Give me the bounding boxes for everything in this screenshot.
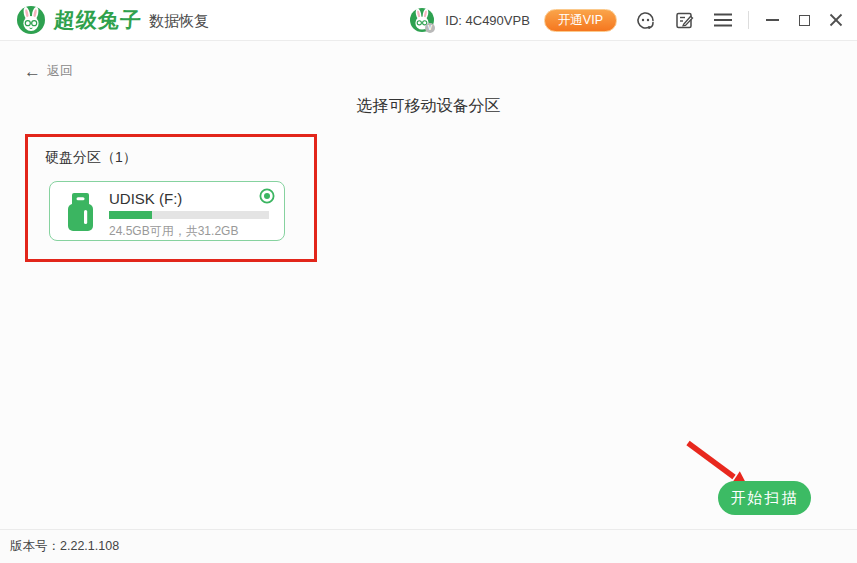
close-icon[interactable] — [827, 11, 845, 29]
maximize-icon[interactable] — [795, 11, 813, 29]
device-card-udisk[interactable]: UDISK (F:) 24.5GB可用，共31.2GB — [49, 181, 285, 241]
minimize-icon[interactable] — [763, 11, 781, 29]
svg-text:V: V — [428, 24, 433, 31]
device-name: UDISK (F:) — [109, 190, 182, 207]
rabbit-logo-icon — [16, 5, 46, 35]
page-title: 选择可移动设备分区 — [0, 96, 857, 117]
hamburger-menu-icon[interactable] — [712, 9, 734, 31]
radio-selected-icon[interactable] — [259, 188, 275, 204]
rabbit-avatar-icon[interactable]: V — [409, 7, 436, 34]
red-annotation-box: 硬盘分区（1） UDISK (F:) 24.5GB可用，共31.2GB — [25, 134, 317, 262]
titlebar-controls: V ID: 4C490VPB 开通VIP — [409, 7, 845, 34]
footer-bar: 版本号：2.22.1.108 — [0, 529, 857, 563]
brand-area: 超级兔子 数据恢复 — [16, 5, 209, 35]
partition-group-label: 硬盘分区（1） — [45, 149, 137, 167]
capacity-label: 24.5GB可用，共31.2GB — [109, 223, 238, 240]
app-window: 超级兔子 数据恢复 V ID: 4C490VPB 开通VIP — [0, 0, 857, 563]
back-button[interactable]: ← 返回 — [24, 62, 73, 80]
feedback-note-icon[interactable] — [673, 9, 695, 31]
customer-service-icon[interactable] — [634, 9, 656, 31]
start-scan-button[interactable]: 开始扫描 — [718, 481, 811, 515]
usb-drive-icon — [63, 191, 99, 233]
version-label: 版本号：2.22.1.108 — [10, 538, 119, 555]
open-vip-button[interactable]: 开通VIP — [544, 9, 617, 32]
product-name: 数据恢复 — [149, 9, 209, 31]
usage-bar-fill — [109, 211, 152, 219]
back-label: 返回 — [47, 62, 73, 80]
brand-name: 超级兔子 — [53, 6, 143, 34]
titlebar-divider — [748, 11, 749, 29]
title-bar: 超级兔子 数据恢复 V ID: 4C490VPB 开通VIP — [0, 0, 857, 41]
user-id-label: ID: 4C490VPB — [445, 13, 530, 28]
usage-bar-track — [109, 211, 269, 219]
back-arrow-icon: ← — [24, 63, 41, 80]
